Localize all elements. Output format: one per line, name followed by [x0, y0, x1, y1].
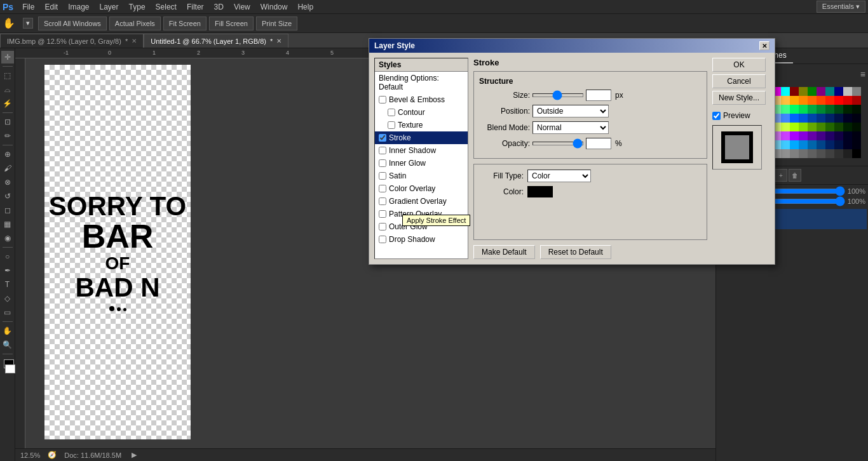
swatch-3-13[interactable] [834, 114, 843, 123]
swatch-3-9[interactable] [799, 114, 808, 123]
swatch-3-7[interactable] [781, 114, 790, 123]
swatch-5-8[interactable] [790, 131, 799, 140]
bevel-emboss-item[interactable]: Bevel & Emboss [375, 93, 468, 106]
swatch-5-10[interactable] [808, 131, 817, 140]
fill-type-select[interactable]: Color Gradient Pattern [527, 170, 591, 182]
stroke-item[interactable]: Stroke [375, 131, 468, 144]
menu-type[interactable]: Type [124, 1, 151, 13]
swatch-7-7[interactable] [781, 149, 790, 158]
background-color[interactable] [5, 364, 15, 373]
print-size-btn[interactable]: Print Size [256, 17, 297, 30]
bevel-emboss-checkbox[interactable] [379, 96, 386, 104]
swatch-5-15[interactable] [852, 131, 861, 140]
swatch-6-15[interactable] [852, 140, 861, 149]
swatch-0-10[interactable] [808, 87, 817, 96]
swatch-1-13[interactable] [834, 96, 843, 105]
swatch-7-10[interactable] [808, 149, 817, 158]
text-tool[interactable]: T [1, 278, 14, 291]
size-slider[interactable] [532, 93, 583, 97]
swatch-2-11[interactable] [817, 105, 825, 114]
tool-mode-dropdown[interactable]: ▾ [23, 18, 33, 29]
swatch-0-15[interactable] [852, 87, 861, 96]
magic-wand-tool[interactable]: ⚡ [1, 97, 14, 110]
swatch-0-12[interactable] [825, 87, 834, 96]
tab-img-close[interactable]: ✕ [132, 37, 137, 44]
pen-tool[interactable]: ✒ [1, 264, 14, 277]
color-overlay-item[interactable]: Color Overlay [375, 182, 468, 195]
swatch-4-11[interactable] [817, 123, 825, 131]
workspace-selector[interactable]: Essentials ▾ [817, 1, 865, 13]
swatch-7-11[interactable] [817, 149, 825, 158]
swatch-5-9[interactable] [799, 131, 808, 140]
menu-help[interactable]: Help [292, 1, 318, 13]
color-swatch[interactable] [527, 186, 553, 197]
swatch-1-10[interactable] [808, 96, 817, 105]
inner-glow-checkbox[interactable] [379, 159, 386, 167]
swatch-7-14[interactable] [843, 149, 852, 158]
ok-btn[interactable]: OK [712, 58, 766, 72]
swatch-7-12[interactable] [825, 149, 834, 158]
texture-item[interactable]: Texture [375, 119, 468, 131]
swatch-0-8[interactable] [790, 87, 799, 96]
expand-icon[interactable]: ▶ [132, 451, 137, 459]
outer-glow-item[interactable]: Outer Glow [375, 220, 468, 233]
lasso-tool[interactable]: ⌓ [1, 83, 14, 96]
delete-layer-icon[interactable]: 🗑 [789, 169, 801, 182]
swatch-6-11[interactable] [817, 140, 825, 149]
swatch-4-7[interactable] [781, 123, 790, 131]
swatch-6-7[interactable] [781, 140, 790, 149]
swatch-3-8[interactable] [790, 114, 799, 123]
swatch-3-15[interactable] [852, 114, 861, 123]
swatch-3-11[interactable] [817, 114, 825, 123]
contour-item[interactable]: Contour [375, 106, 468, 119]
marquee-tool[interactable]: ⬚ [1, 69, 14, 82]
inner-glow-item[interactable]: Inner Glow [375, 157, 468, 170]
swatch-4-8[interactable] [790, 123, 799, 131]
stroke-checkbox[interactable] [379, 134, 386, 142]
swatch-2-8[interactable] [790, 105, 799, 114]
blending-options-item[interactable]: Blending Options: Default [375, 72, 468, 93]
outer-glow-checkbox[interactable] [379, 223, 386, 230]
swatch-5-14[interactable] [843, 131, 852, 140]
swatch-6-8[interactable] [790, 140, 799, 149]
swatch-2-7[interactable] [781, 105, 790, 114]
swatch-2-10[interactable] [808, 105, 817, 114]
crop-tool[interactable]: ⊡ [1, 116, 14, 128]
menu-file[interactable]: File [17, 1, 39, 13]
menu-filter[interactable]: Filter [182, 1, 209, 13]
swatch-6-9[interactable] [799, 140, 808, 149]
inner-shadow-checkbox[interactable] [379, 147, 386, 154]
menu-layer[interactable]: Layer [95, 1, 124, 13]
blur-tool[interactable]: ◉ [1, 232, 14, 244]
new-style-btn[interactable]: New Style... [712, 91, 766, 105]
swatch-3-12[interactable] [825, 114, 834, 123]
gradient-tool[interactable]: ▦ [1, 218, 14, 230]
texture-checkbox[interactable] [388, 121, 395, 129]
swatch-2-12[interactable] [825, 105, 834, 114]
swatch-6-14[interactable] [843, 140, 852, 149]
swatch-4-13[interactable] [834, 123, 843, 131]
swatch-2-13[interactable] [834, 105, 843, 114]
swatch-1-9[interactable] [799, 96, 808, 105]
history-brush-tool[interactable]: ↺ [1, 190, 14, 203]
dodge-tool[interactable]: ○ [1, 250, 14, 263]
opacity-slider-s[interactable] [532, 142, 583, 145]
brush-tool[interactable]: 🖌 [1, 162, 14, 175]
swatch-4-14[interactable] [843, 123, 852, 131]
clone-stamp-tool[interactable]: ⊗ [1, 176, 14, 189]
swatch-6-13[interactable] [834, 140, 843, 149]
swatch-2-9[interactable] [799, 105, 808, 114]
drop-shadow-checkbox[interactable] [379, 236, 386, 243]
swatch-1-8[interactable] [790, 96, 799, 105]
swatch-5-11[interactable] [817, 131, 825, 140]
healing-brush-tool[interactable]: ⊕ [1, 148, 14, 161]
swatch-7-9[interactable] [799, 149, 808, 158]
gradient-overlay-checkbox[interactable] [379, 197, 386, 205]
swatch-7-15[interactable] [852, 149, 861, 158]
color-overlay-checkbox[interactable] [379, 185, 386, 192]
pattern-overlay-checkbox[interactable] [379, 210, 386, 218]
swatch-6-12[interactable] [825, 140, 834, 149]
preview-checkbox[interactable] [712, 112, 721, 120]
fill-screen-btn[interactable]: Fill Screen [209, 17, 254, 30]
shape-tool[interactable]: ▭ [1, 306, 14, 319]
